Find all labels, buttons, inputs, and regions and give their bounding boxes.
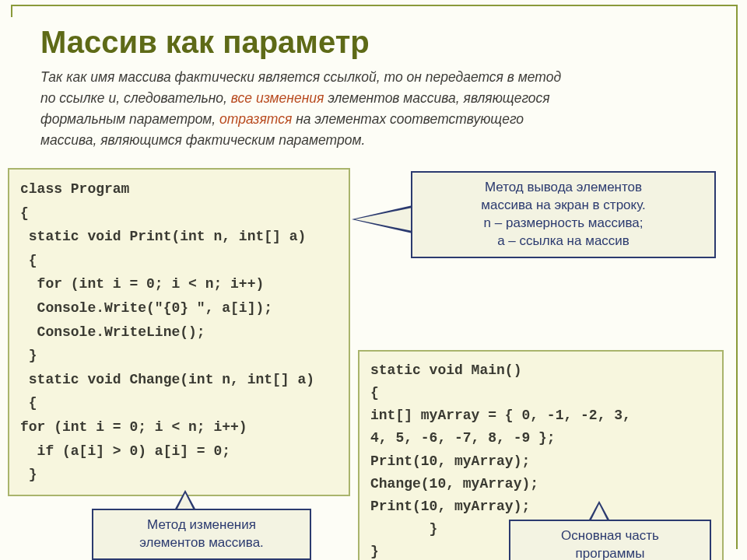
intro-text: формальным параметром, — [40, 111, 219, 127]
decorative-frame-top — [11, 5, 738, 6]
intro-text: по ссылке и, следовательно, — [40, 90, 231, 106]
callout-pointer — [174, 490, 196, 510]
intro-text: массива, являющимся фактическим параметр… — [40, 132, 365, 148]
intro-highlight: все изменения — [231, 90, 324, 106]
code-block-left: class Program { static void Print(int n,… — [8, 168, 350, 496]
callout-pointer — [352, 205, 412, 233]
callout-print-method: Метод вывода элементов массива на экран … — [411, 171, 716, 258]
intro-text: элементов массива, являющегося — [324, 90, 549, 106]
decorative-frame-corner — [11, 5, 23, 17]
intro-highlight: отразятся — [219, 111, 292, 127]
callout-main-section: Основная часть программы — [509, 520, 711, 560]
intro-paragraph: Так как имя массива фактически является … — [40, 67, 724, 152]
callout-pointer — [588, 501, 610, 521]
decorative-frame-right — [736, 5, 738, 549]
intro-text: Так как имя массива фактически является … — [40, 69, 561, 85]
callout-change-method: Метод изменения элементов массива. — [92, 509, 311, 560]
intro-text: на элементах соответствующего — [292, 111, 524, 127]
slide-title: Массив как параметр — [40, 25, 370, 60]
